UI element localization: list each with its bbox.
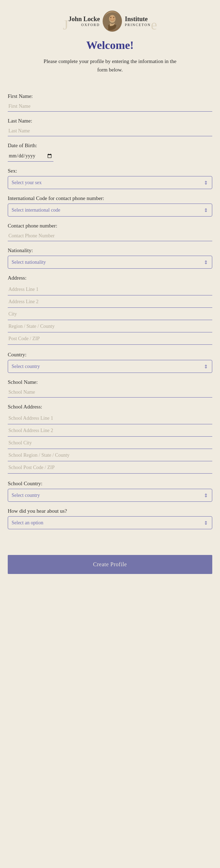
logo-left-name: John Locke [69, 15, 100, 23]
school-address-line1-input[interactable] [8, 413, 212, 424]
sex-group: Sex: Select your sex Male Female Other P… [8, 168, 212, 189]
svg-point-4 [113, 17, 115, 18]
address-line2-input[interactable] [8, 296, 212, 308]
intl-code-label: International Code for contact phone num… [8, 195, 212, 201]
intl-code-group: International Code for contact phone num… [8, 195, 212, 217]
phone-input[interactable] [8, 231, 212, 241]
sex-select-wrapper: Select your sex Male Female Other Prefer… [8, 176, 212, 189]
nationality-group: Nationality: Select nationality British … [8, 248, 212, 269]
first-name-input[interactable] [8, 101, 212, 112]
school-country-select[interactable]: Select country United Kingdom United Sta… [8, 489, 212, 502]
last-name-label: Last Name: [8, 118, 212, 124]
intl-code-select[interactable]: Select international code +1 (USA/Canada… [8, 204, 212, 217]
watermark-right: e [151, 17, 157, 33]
logo-portrait [103, 11, 122, 32]
school-country-group: School Country: Select country United Ki… [8, 481, 212, 502]
logo-left-sub: OXFORD [69, 23, 100, 27]
how-heard-select[interactable]: Select an option Social Media Friend/Fam… [8, 516, 212, 529]
dob-group: Date of Birth: [8, 143, 212, 162]
school-name-input[interactable] [8, 387, 212, 398]
logo-portrait-inner [103, 11, 121, 31]
logo-right-name: Institute [125, 15, 151, 23]
create-profile-button[interactable]: Create Profile [8, 555, 212, 574]
school-name-label: School Name: [8, 379, 212, 385]
sex-select[interactable]: Select your sex Male Female Other Prefer… [8, 176, 212, 189]
how-heard-group: How did you hear about us? Select an opt… [8, 508, 212, 529]
svg-point-2 [110, 15, 115, 21]
last-name-input[interactable] [8, 126, 212, 136]
address-line1-input[interactable] [8, 284, 212, 295]
how-heard-select-wrapper: Select an option Social Media Friend/Fam… [8, 516, 212, 529]
dob-input[interactable] [8, 151, 53, 162]
phone-group: Contact phone number: [8, 223, 212, 241]
school-region-input[interactable] [8, 450, 212, 461]
school-name-group: School Name: [8, 379, 212, 398]
intl-code-select-wrapper: Select international code +1 (USA/Canada… [8, 204, 212, 217]
first-name-group: First Name: [8, 93, 212, 112]
first-name-label: First Name: [8, 93, 212, 99]
postcode-input[interactable] [8, 333, 212, 345]
country-label: Country: [8, 352, 212, 358]
logo-container: J John Locke OXFORD [7, 11, 213, 32]
school-city-input[interactable] [8, 437, 212, 449]
sex-label: Sex: [8, 168, 212, 174]
nationality-label: Nationality: [8, 248, 212, 254]
page-wrapper: J John Locke OXFORD [0, 0, 220, 595]
school-address-line2-input[interactable] [8, 425, 212, 437]
address-label: Address: [8, 275, 212, 281]
school-country-select-wrapper: Select country United Kingdom United Sta… [8, 489, 212, 502]
form-container: First Name: Last Name: Date of Birth: Se… [0, 90, 220, 543]
welcome-subtitle: Please complete your profile by entering… [43, 57, 177, 74]
watermark-left: J [63, 17, 69, 33]
region-input[interactable] [8, 321, 212, 332]
school-postcode-input[interactable] [8, 462, 212, 474]
school-address-label: School Address: [8, 404, 212, 410]
phone-label: Contact phone number: [8, 223, 212, 229]
header: J John Locke OXFORD [0, 0, 220, 81]
country-select[interactable]: Select country United Kingdom United Sta… [8, 360, 212, 373]
school-address-group: School Address: [8, 404, 212, 474]
nationality-select[interactable]: Select nationality British American Aust… [8, 256, 212, 269]
country-group: Country: Select country United Kingdom U… [8, 352, 212, 373]
welcome-title: Welcome! [7, 39, 213, 52]
last-name-group: Last Name: [8, 118, 212, 136]
submit-btn-container: Create Profile [0, 551, 220, 581]
svg-point-3 [110, 17, 112, 18]
logo-right-sub: PRINCETON [125, 23, 151, 27]
how-heard-label: How did you hear about us? [8, 508, 212, 514]
address-group: Address: [8, 275, 212, 345]
school-country-label: School Country: [8, 481, 212, 487]
dob-label: Date of Birth: [8, 143, 212, 149]
nationality-select-wrapper: Select nationality British American Aust… [8, 256, 212, 269]
country-select-wrapper: Select country United Kingdom United Sta… [8, 360, 212, 373]
city-input[interactable] [8, 308, 212, 320]
